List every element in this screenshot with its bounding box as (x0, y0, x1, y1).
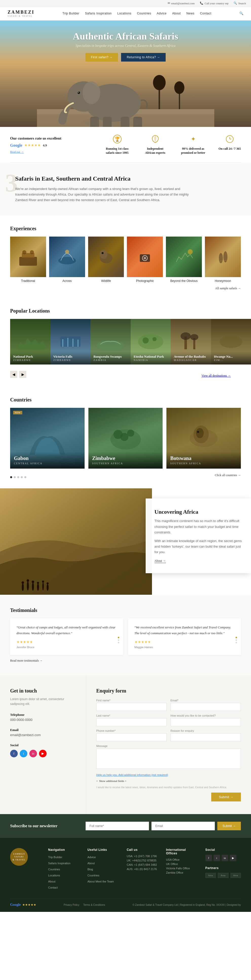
dot-4[interactable] (21, 476, 23, 478)
footer-office-uk: UK Office (166, 862, 197, 865)
t-dot-2-active (235, 637, 237, 638)
location-bangweulu[interactable]: Bangweulu Swamps ZAMBIA (91, 319, 131, 364)
exp-card-honeymoon[interactable]: Honeymoon (205, 237, 241, 283)
phone-input[interactable] (96, 733, 167, 741)
nav-locations[interactable]: Locations (117, 12, 132, 15)
exp-label-photographic: Photographic (127, 279, 163, 283)
firstname-input[interactable] (96, 703, 167, 711)
trust-item-4: On call 24 / 7 365 (219, 135, 241, 155)
dot-3[interactable] (17, 476, 19, 478)
form-consent-link[interactable]: Help us help you. Add additional informa… (96, 773, 168, 776)
testimonial-2-stars: ★★★★★ (135, 640, 235, 644)
search-icon: 🔍 (234, 2, 237, 5)
exp-card-beyond[interactable]: Beyond the Obvious (166, 237, 202, 283)
footer-nav-about: About (48, 879, 80, 883)
nav-contact[interactable]: Contact (200, 12, 211, 15)
newsletter-submit-button[interactable]: Submit → (217, 822, 241, 830)
svg-point-40 (143, 337, 149, 344)
location-hwange[interactable]: Hwange Na... ZIM... (211, 319, 251, 364)
country-gabon-tag: NEW (13, 411, 22, 414)
email-link[interactable]: ✉ email@zambezi.com (168, 2, 195, 5)
main-navigation: ZAMBEZI SAFARI & TRAVEL Trip Builder Saf… (0, 6, 251, 21)
email-label: Email* (170, 699, 241, 702)
newsletter-email-input[interactable] (151, 822, 215, 830)
footer-call-usa: USA: +1 (247) 708 1796 (127, 854, 158, 858)
experiences-heading: Experiences (10, 226, 241, 232)
exp-card-across[interactable]: Across (49, 237, 85, 283)
how-contact-select[interactable]: Phone Email (170, 718, 241, 726)
facebook-button[interactable]: f (10, 750, 18, 757)
form-legal-text: I would like to receive the latest news,… (96, 786, 241, 789)
location-baobabs-name: Avenue of the Baobabs (174, 355, 208, 359)
footer-youtube-button[interactable]: ▶ (230, 854, 236, 861)
exp-card-photographic[interactable]: Photographic (127, 237, 163, 283)
google-read-link[interactable]: Read our → (10, 150, 61, 153)
view-destinations-link[interactable]: View all destinations → (201, 374, 241, 378)
svg-point-63 (37, 582, 39, 584)
exp-card-traditional[interactable]: Traditional (10, 237, 46, 283)
search-link[interactable]: 🔍 Search (234, 2, 246, 5)
location-victoria-falls[interactable]: Victoria Falls ZIMBABWE (51, 319, 91, 364)
returning-africa-button[interactable]: Returning to Africa? → (121, 53, 166, 62)
read-more-testimonials[interactable]: Read more testimonials → (10, 659, 241, 663)
footer-privacy-link[interactable]: Privacy Policy (64, 904, 79, 906)
location-avenue-baobabs[interactable]: Avenue of the Baobabs MADAGASCAR (171, 319, 211, 364)
footer-twitter-button[interactable]: t (213, 854, 220, 861)
svg-point-45 (190, 334, 198, 340)
all-safaris-link[interactable]: All sample safaris → (10, 286, 241, 290)
location-etosha-overlay: Etosha National Park NAMIBIA (131, 352, 171, 364)
nav-safaris-inspiration[interactable]: Safaris Inspiration (85, 12, 112, 15)
dot-1[interactable] (10, 476, 12, 478)
footer-terms-link[interactable]: Terms & Conditions (83, 904, 105, 906)
nav-about[interactable]: About (172, 12, 181, 15)
youtube-button[interactable]: ▶ (39, 750, 47, 757)
location-hwange-country: ZIM... (214, 359, 248, 361)
locations-prev-button[interactable]: ◀ (10, 371, 17, 378)
social-icons: f t in ▶ (10, 750, 76, 757)
dot-2[interactable] (14, 476, 16, 478)
svg-point-8 (83, 81, 100, 104)
country-botswana[interactable]: Botswana SOUTHERN AFRICA (167, 408, 241, 469)
message-label: Message (96, 745, 241, 748)
footer-legal-links: Privacy Policy Terms & Conditions (64, 904, 105, 906)
nav-countries[interactable]: Countries (137, 12, 151, 15)
git-email-label: Email (10, 728, 76, 732)
testimonials-heading: Testimonials (10, 608, 241, 613)
first-safari-button[interactable]: First safari? → (85, 53, 118, 62)
locations-next-button[interactable]: ▶ (19, 371, 26, 378)
nav-advice[interactable]: Advice (157, 12, 167, 15)
call-country-link[interactable]: 📞 Call your country rep (200, 2, 229, 5)
footer-logo[interactable]: ZAMBEZISAFARI& TRAVEL (10, 848, 28, 866)
partner-atta-3: Atta (230, 873, 241, 878)
nav-trip-builder[interactable]: Trip Builder (63, 12, 79, 15)
country-zimbabwe[interactable]: Zimbabwe SOUTHERN AFRICA (88, 408, 163, 469)
country-botswana-region: SOUTHERN AFRICA (170, 462, 237, 465)
svg-point-33 (144, 257, 146, 259)
dot-5[interactable] (24, 476, 26, 478)
uncovering-about-link[interactable]: About → (154, 559, 166, 563)
instagram-button[interactable]: in (29, 750, 37, 757)
google-logo: Google (10, 143, 22, 148)
footer-facebook-button[interactable]: f (205, 854, 212, 861)
reason-select[interactable]: General Enquiry Booking Quote Request (170, 733, 241, 741)
lastname-input[interactable] (96, 718, 167, 726)
message-textarea[interactable] (96, 748, 241, 769)
nav-news[interactable]: News (186, 12, 194, 15)
footer-stars: ★★★★★ (22, 903, 36, 907)
location-national-park[interactable]: National Park ZIMBABWE (10, 319, 51, 364)
show-additional-fields[interactable]: + Show additional fields + (96, 780, 241, 783)
newsletter-name-input[interactable] (86, 822, 149, 830)
form-consent-text: Help us help you. Add additional informa… (96, 773, 241, 777)
search-icon-nav[interactable]: 🔍 (239, 11, 243, 16)
enquiry-submit-button[interactable]: Submit → (211, 792, 241, 802)
twitter-button[interactable]: t (20, 750, 27, 757)
email-input[interactable] (170, 703, 241, 711)
footer-google-rating: Google ★★★★★ (10, 903, 36, 907)
country-gabon[interactable]: NEW Gabon CENTRAL AFRICA (10, 408, 84, 469)
footer-instagram-button[interactable]: in (222, 854, 228, 861)
location-etosha[interactable]: Etosha National Park NAMIBIA (131, 319, 171, 364)
exp-card-wildlife[interactable]: Wildlife (88, 237, 124, 283)
form-row-2: Last name* How would you like to be cont… (96, 714, 241, 726)
all-countries-link[interactable]: Click all countries → (215, 473, 241, 477)
site-logo[interactable]: ZAMBEZI SAFARI & TRAVEL (8, 10, 35, 17)
